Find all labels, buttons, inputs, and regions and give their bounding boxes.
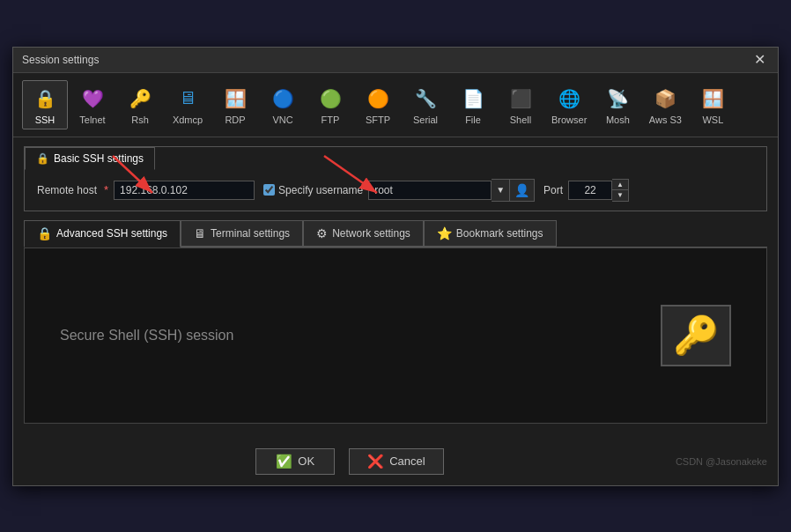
dialog-title: Session settings (22, 54, 99, 66)
cancel-icon: ❌ (367, 454, 384, 469)
port-increment-button[interactable]: ▲ (612, 180, 628, 190)
footer-buttons: ✅ OK ❌ Cancel (24, 448, 676, 475)
specify-username-label: Specify username (278, 184, 363, 196)
protocol-item-sftp[interactable]: 🟠SFTP (355, 80, 401, 129)
shell-icon: ⬛ (506, 85, 535, 113)
bookmark-tab-label: Bookmark settings (456, 227, 543, 240)
protocol-toolbar: 🔒SSH💜Telnet🔑Rsh🖥Xdmcp🪟RDP🔵VNC🟢FTP🟠SFTP🔧S… (13, 73, 778, 137)
username-dropdown-arrow[interactable]: ▼ (492, 179, 510, 202)
watermark: CSDN @Jasonakeke (676, 456, 767, 467)
advanced-tab-icon: 🔒 (37, 226, 52, 240)
awss3-icon: 📦 (651, 85, 679, 113)
port-label: Port (543, 184, 563, 196)
cancel-button[interactable]: ❌ Cancel (349, 448, 443, 475)
lower-tabs: 🔒Advanced SSH settings🖥Terminal settings… (24, 220, 767, 248)
port-input[interactable] (568, 181, 612, 200)
rsh-label: Rsh (131, 115, 149, 125)
remote-host-input[interactable] (114, 181, 255, 200)
ssh-icon: 🔒 (31, 85, 59, 113)
cancel-label: Cancel (389, 454, 425, 468)
protocol-item-browser[interactable]: 🌐Browser (545, 80, 593, 129)
rdp-icon: 🪟 (221, 85, 249, 113)
rdp-label: RDP (225, 115, 245, 125)
lower-tab-advanced[interactable]: 🔒Advanced SSH settings (24, 220, 181, 248)
port-spinner: ▲ ▼ (568, 179, 629, 202)
title-bar: Session settings ✕ (13, 48, 778, 73)
bookmark-tab-icon: ⭐ (437, 226, 452, 240)
ftp-label: FTP (322, 115, 340, 125)
xdmcp-label: Xdmcp (173, 115, 203, 125)
protocol-item-serial[interactable]: 🔧Serial (403, 80, 448, 129)
ok-button[interactable]: ✅ OK (255, 448, 335, 475)
footer: ✅ OK ❌ Cancel CSDN @Jasonakeke (13, 441, 778, 485)
mosh-icon: 📡 (603, 85, 632, 113)
sftp-icon: 🟠 (364, 85, 392, 113)
telnet-icon: 💜 (78, 85, 107, 113)
basic-ssh-tab[interactable]: 🔒 Basic SSH settings (25, 147, 155, 170)
basic-ssh-tab-icon: 🔒 (36, 152, 49, 165)
ftp-icon: 🟢 (316, 85, 344, 113)
port-group: Port ▲ ▼ (543, 179, 629, 202)
basic-ssh-tab-label: Basic SSH settings (54, 152, 144, 165)
mosh-label: Mosh (606, 115, 630, 125)
protocol-item-ssh[interactable]: 🔒SSH (22, 80, 68, 129)
spin-buttons: ▲ ▼ (612, 179, 629, 202)
vnc-label: VNC (272, 115, 292, 125)
browser-icon: 🌐 (555, 85, 583, 113)
ssh-description: Secure Shell (SSH) session (60, 328, 233, 344)
wsl-icon: 🪟 (699, 85, 727, 113)
ok-label: OK (298, 454, 314, 468)
protocol-item-file[interactable]: 📄File (450, 80, 496, 129)
username-combo: ▼ 👤 (368, 179, 535, 202)
terminal-tab-icon: 🖥 (194, 226, 206, 240)
sftp-label: SFTP (366, 115, 390, 125)
serial-icon: 🔧 (411, 85, 440, 113)
telnet-label: Telnet (79, 115, 105, 125)
remote-host-label: Remote host (37, 184, 97, 196)
specify-username-checkbox-label[interactable]: Specify username (263, 184, 363, 196)
specify-username-checkbox[interactable] (263, 184, 275, 196)
close-button[interactable]: ✕ (750, 53, 769, 67)
vnc-icon: 🔵 (269, 85, 297, 113)
protocol-item-ftp[interactable]: 🟢FTP (307, 80, 353, 129)
port-decrement-button[interactable]: ▼ (612, 190, 628, 201)
browser-label: Browser (551, 115, 587, 125)
session-settings-dialog: Session settings ✕ 🔒SSH💜Telnet🔑Rsh🖥Xdmcp… (12, 47, 779, 486)
shell-label: Shell (510, 115, 531, 125)
basic-ssh-tab-bar: 🔒 Basic SSH settings (25, 147, 766, 170)
lower-tab-terminal[interactable]: 🖥Terminal settings (181, 220, 303, 247)
specify-username-group: Specify username ▼ 👤 (263, 179, 535, 202)
lower-tab-bookmark[interactable]: ⭐Bookmark settings (424, 220, 557, 247)
center-area: Secure Shell (SSH) session 🔑 (24, 248, 767, 424)
serial-label: Serial (413, 115, 438, 125)
protocol-item-shell[interactable]: ⬛Shell (498, 80, 543, 129)
wsl-label: WSL (702, 115, 723, 125)
file-icon: 📄 (459, 85, 487, 113)
ssh-label: SSH (35, 115, 55, 125)
username-input[interactable] (368, 181, 492, 200)
network-tab-label: Network settings (332, 227, 410, 240)
user-icon-button[interactable]: 👤 (510, 179, 535, 202)
main-content: 🔒 Basic SSH settings Remote host * Speci… (13, 137, 778, 441)
basic-ssh-body: Remote host * Specify username ▼ 👤 (25, 170, 766, 211)
key-icon-box: 🔑 (661, 305, 731, 366)
terminal-tab-label: Terminal settings (211, 227, 290, 240)
protocol-item-telnet[interactable]: 💜Telnet (70, 80, 115, 129)
protocol-item-mosh[interactable]: 📡Mosh (595, 80, 640, 129)
advanced-tab-label: Advanced SSH settings (56, 227, 167, 240)
file-label: File (465, 115, 481, 125)
protocol-item-xdmcp[interactable]: 🖥Xdmcp (165, 80, 211, 129)
awss3-label: Aws S3 (649, 115, 682, 125)
protocol-item-rdp[interactable]: 🪟RDP (212, 80, 258, 129)
lower-tab-network[interactable]: ⚙Network settings (303, 220, 424, 247)
ok-icon: ✅ (276, 454, 292, 469)
rsh-icon: 🔑 (126, 85, 154, 113)
protocol-item-wsl[interactable]: 🪟WSL (690, 80, 736, 129)
key-icon: 🔑 (673, 314, 719, 357)
protocol-item-awss3[interactable]: 📦Aws S3 (642, 80, 688, 129)
xdmcp-icon: 🖥 (174, 85, 202, 113)
network-tab-icon: ⚙ (316, 226, 328, 240)
protocol-item-vnc[interactable]: 🔵VNC (260, 80, 306, 129)
required-marker: * (104, 183, 108, 196)
protocol-item-rsh[interactable]: 🔑Rsh (117, 80, 163, 129)
